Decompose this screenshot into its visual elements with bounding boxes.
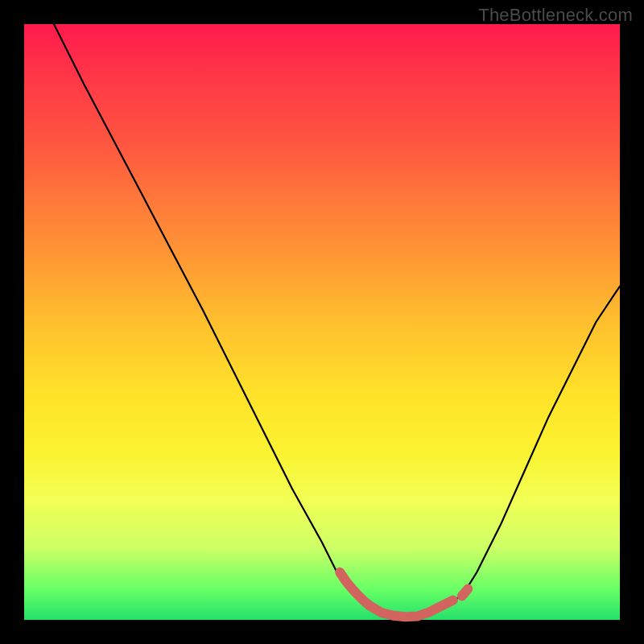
- marker-band-right: [462, 589, 468, 597]
- plot-area: [24, 24, 620, 620]
- watermark-text: TheBottleneck.com: [478, 5, 633, 26]
- chart-frame: TheBottleneck.com: [0, 0, 644, 644]
- curve-layer: [24, 24, 620, 620]
- curve-right-branch: [462, 287, 620, 597]
- marker-band-left: [340, 572, 369, 605]
- curve-left-branch: [54, 24, 357, 596]
- marker-band-floor: [369, 601, 453, 617]
